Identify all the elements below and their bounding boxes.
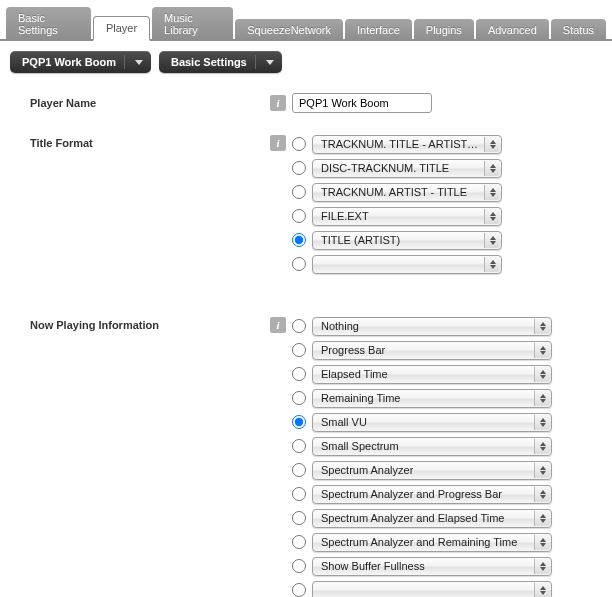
now-playing-select[interactable]: Spectrum Analyzer and Progress Bar <box>312 485 552 504</box>
title-format-radio[interactable] <box>292 209 306 223</box>
info-icon[interactable]: i <box>270 135 286 151</box>
now-playing-select[interactable]: Show Buffer Fullness <box>312 557 552 576</box>
player-selector-pill[interactable]: PQP1 Work Boom <box>10 51 151 73</box>
tab-music-library[interactable]: Music Library <box>152 7 233 41</box>
section-selector-pill[interactable]: Basic Settings <box>159 51 282 73</box>
player-name-label: Player Name <box>30 93 270 109</box>
now-playing-label: Now Playing Information <box>30 315 270 331</box>
select-arrows-icon <box>484 257 500 272</box>
select-arrows-icon <box>484 209 500 224</box>
tab-status[interactable]: Status <box>551 19 606 41</box>
now-playing-select-value: Spectrum Analyzer and Progress Bar <box>321 488 502 500</box>
select-arrows-icon <box>534 463 550 478</box>
title-format-row: Title Format i TRACKNUM. TITLE - ARTIST … <box>30 133 592 275</box>
title-format-select[interactable]: DISC-TRACKNUM. TITLE <box>312 159 502 178</box>
now-playing-select[interactable]: Remaining Time <box>312 389 552 408</box>
title-format-radio[interactable] <box>292 161 306 175</box>
now-playing-option: Progress Bar <box>292 339 552 361</box>
title-format-radio[interactable] <box>292 233 306 247</box>
now-playing-select-value: Spectrum Analyzer and Remaining Time <box>321 536 517 548</box>
now-playing-radio[interactable] <box>292 535 306 549</box>
title-format-radio[interactable] <box>292 185 306 199</box>
now-playing-radio[interactable] <box>292 583 306 597</box>
select-arrows-icon <box>484 185 500 200</box>
now-playing-row: Now Playing Information i NothingProgres… <box>30 315 592 597</box>
now-playing-select[interactable]: Spectrum Analyzer and Elapsed Time <box>312 509 552 528</box>
now-playing-select[interactable]: Small Spectrum <box>312 437 552 456</box>
select-arrows-icon <box>534 415 550 430</box>
now-playing-select[interactable]: Spectrum Analyzer and Remaining Time <box>312 533 552 552</box>
now-playing-select[interactable]: Nothing <box>312 317 552 336</box>
now-playing-radio[interactable] <box>292 439 306 453</box>
tab-squeezenetwork[interactable]: SqueezeNetwork <box>235 19 343 41</box>
now-playing-radio[interactable] <box>292 487 306 501</box>
sub-toolbar: PQP1 Work Boom Basic Settings <box>0 41 612 83</box>
now-playing-radio[interactable] <box>292 343 306 357</box>
now-playing-select-value: Progress Bar <box>321 344 385 356</box>
divider <box>124 55 125 69</box>
now-playing-select[interactable]: Spectrum Analyzer <box>312 461 552 480</box>
title-format-select[interactable]: FILE.EXT <box>312 207 502 226</box>
title-format-select-value: TRACKNUM. ARTIST - TITLE <box>321 186 467 198</box>
now-playing-select[interactable]: Progress Bar <box>312 341 552 360</box>
now-playing-radio[interactable] <box>292 463 306 477</box>
title-format-option: TITLE (ARTIST) <box>292 229 502 251</box>
select-arrows-icon <box>484 233 500 248</box>
now-playing-radio[interactable] <box>292 367 306 381</box>
now-playing-radio[interactable] <box>292 415 306 429</box>
top-tabbar: Basic SettingsPlayerMusic LibrarySqueeze… <box>0 0 612 41</box>
tab-player[interactable]: Player <box>93 16 150 41</box>
title-format-radio[interactable] <box>292 137 306 151</box>
now-playing-radio[interactable] <box>292 391 306 405</box>
info-icon[interactable]: i <box>270 95 286 111</box>
select-arrows-icon <box>534 583 550 598</box>
now-playing-option: Spectrum Analyzer <box>292 459 552 481</box>
now-playing-select-value: Spectrum Analyzer and Elapsed Time <box>321 512 504 524</box>
now-playing-select[interactable]: Elapsed Time <box>312 365 552 384</box>
tab-plugins[interactable]: Plugins <box>414 19 474 41</box>
select-arrows-icon <box>534 367 550 382</box>
now-playing-select-value: Nothing <box>321 320 359 332</box>
select-arrows-icon <box>484 137 500 152</box>
now-playing-radio[interactable] <box>292 511 306 525</box>
now-playing-option: Nothing <box>292 315 552 337</box>
tab-basic-settings[interactable]: Basic Settings <box>6 7 91 41</box>
select-arrows-icon <box>534 559 550 574</box>
title-format-select-value: FILE.EXT <box>321 210 369 222</box>
title-format-select-value: TITLE (ARTIST) <box>321 234 400 246</box>
now-playing-option: Spectrum Analyzer and Remaining Time <box>292 531 552 553</box>
title-format-option-list: TRACKNUM. TITLE - ARTIST - ALBUMDISC-TRA… <box>292 133 502 275</box>
now-playing-option: Small VU <box>292 411 552 433</box>
title-format-option: TRACKNUM. ARTIST - TITLE <box>292 181 502 203</box>
title-format-option: TRACKNUM. TITLE - ARTIST - ALBUM <box>292 133 502 155</box>
title-format-select[interactable]: TRACKNUM. TITLE - ARTIST - ALBUM <box>312 135 502 154</box>
player-name-row: Player Name i <box>30 93 592 113</box>
title-format-select[interactable] <box>312 255 502 274</box>
now-playing-radio[interactable] <box>292 559 306 573</box>
tab-advanced[interactable]: Advanced <box>476 19 549 41</box>
select-arrows-icon <box>534 319 550 334</box>
now-playing-select[interactable]: Small VU <box>312 413 552 432</box>
select-arrows-icon <box>534 391 550 406</box>
title-format-select-value: TRACKNUM. TITLE - ARTIST - ALBUM <box>321 138 479 150</box>
now-playing-select-value: Remaining Time <box>321 392 400 404</box>
title-format-select[interactable]: TITLE (ARTIST) <box>312 231 502 250</box>
now-playing-option: Show Buffer Fullness <box>292 555 552 577</box>
now-playing-select[interactable] <box>312 581 552 598</box>
select-arrows-icon <box>534 439 550 454</box>
title-format-option <box>292 253 502 275</box>
info-icon[interactable]: i <box>270 317 286 333</box>
select-arrows-icon <box>534 535 550 550</box>
now-playing-radio[interactable] <box>292 319 306 333</box>
player-name-input[interactable] <box>292 93 432 113</box>
select-arrows-icon <box>534 511 550 526</box>
title-format-radio[interactable] <box>292 257 306 271</box>
title-format-label: Title Format <box>30 133 270 149</box>
section-selector-label: Basic Settings <box>171 56 247 68</box>
title-format-select[interactable]: TRACKNUM. ARTIST - TITLE <box>312 183 502 202</box>
settings-content: Player Name i Title Format i TRACKNUM. T… <box>0 83 612 597</box>
now-playing-option: Small Spectrum <box>292 435 552 457</box>
tab-interface[interactable]: Interface <box>345 19 412 41</box>
title-format-option: FILE.EXT <box>292 205 502 227</box>
now-playing-option: Spectrum Analyzer and Elapsed Time <box>292 507 552 529</box>
